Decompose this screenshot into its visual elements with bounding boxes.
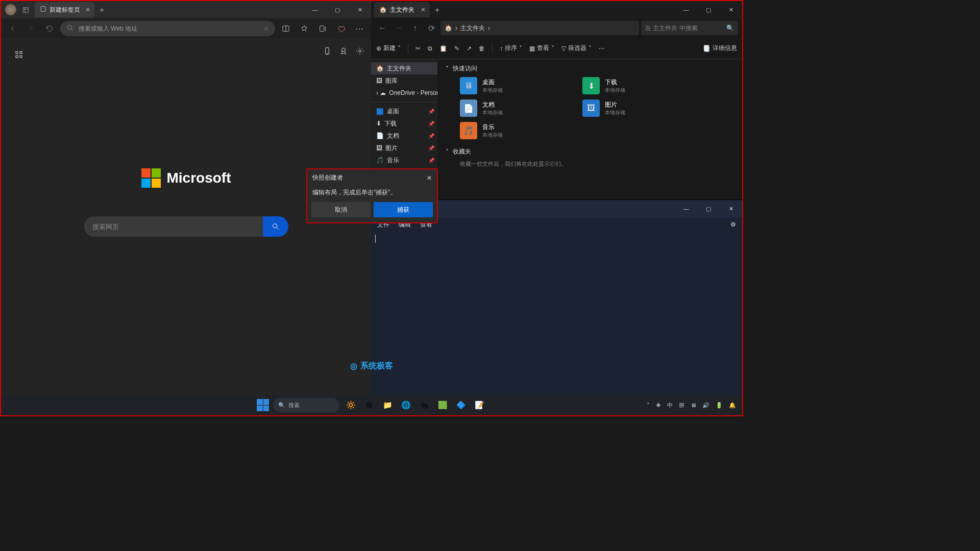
rewards-icon[interactable] bbox=[339, 47, 348, 57]
ime-indicator[interactable]: 拼 bbox=[679, 402, 684, 409]
volume-icon[interactable]: 🔊 bbox=[702, 402, 709, 409]
cancel-button[interactable]: 取消 bbox=[311, 202, 371, 217]
item-name: 文档 bbox=[482, 101, 503, 109]
copilot-icon[interactable]: 🔆 bbox=[344, 398, 358, 412]
close-button[interactable]: ✕ bbox=[720, 1, 742, 18]
close-tab-icon[interactable]: ✕ bbox=[421, 6, 426, 13]
quickaccess-item[interactable]: 🎵 音乐 本地存储 bbox=[460, 122, 562, 139]
watermark: ◎ 系统极客 bbox=[350, 361, 393, 371]
address-bar[interactable]: 搜索或输入 Web 地址 ☆ bbox=[60, 21, 275, 36]
capture-button[interactable]: 捕获 bbox=[374, 202, 433, 217]
explorer-search[interactable]: 在 主文件夹 中搜索 🔍 bbox=[641, 21, 738, 35]
new-tab-button[interactable]: ＋ bbox=[430, 5, 444, 15]
edge-icon[interactable]: 🌐 bbox=[399, 398, 413, 412]
app-icon[interactable]: 🟩 bbox=[435, 398, 450, 412]
copy-icon[interactable]: ⧉ bbox=[428, 45, 432, 52]
ime-indicator[interactable]: 中 bbox=[667, 402, 673, 409]
sidebar-item-onedrive[interactable]: › ☁ OneDrive - Persona bbox=[371, 87, 437, 99]
sidebar-item-downloads[interactable]: ⬇ 下载📌 bbox=[371, 117, 437, 130]
apps-icon[interactable] bbox=[11, 47, 27, 62]
edge-titlebar: 新建标签页 ✕ ＋ ― ▢ ✕ bbox=[1, 1, 371, 18]
svg-rect-4 bbox=[16, 52, 18, 54]
settings-icon[interactable] bbox=[356, 47, 364, 57]
back-button[interactable] bbox=[5, 21, 20, 36]
start-button[interactable] bbox=[257, 399, 269, 411]
favorites-icon[interactable] bbox=[297, 21, 312, 36]
close-tab-icon[interactable]: ✕ bbox=[85, 6, 90, 13]
paste-icon[interactable]: 📋 bbox=[439, 45, 447, 52]
group-favorites[interactable]: ˅ 收藏夹 bbox=[446, 147, 734, 156]
cut-icon[interactable]: ✂ bbox=[415, 45, 421, 52]
share-icon[interactable]: ↗ bbox=[467, 45, 472, 52]
up-button[interactable]: ↑ bbox=[408, 21, 422, 35]
delete-icon[interactable]: 🗑 bbox=[479, 45, 485, 52]
item-name: 桌面 bbox=[482, 78, 503, 87]
breadcrumb[interactable]: 🏠› 主文件夹› bbox=[440, 21, 639, 35]
tray-icon[interactable]: ❖ bbox=[656, 402, 661, 409]
folder-icon: ⬇ bbox=[582, 77, 600, 94]
item-name: 音乐 bbox=[482, 123, 503, 132]
forward-button bbox=[23, 21, 39, 36]
sidebar-item-gallery[interactable]: 🖼 图库 bbox=[371, 74, 437, 87]
maximize-button[interactable]: ▢ bbox=[697, 200, 720, 217]
notepad-icon[interactable]: 📝 bbox=[472, 398, 486, 412]
chevron-up-icon[interactable]: ˄ bbox=[647, 402, 650, 409]
sidebar-item-documents[interactable]: 📄 文档📌 bbox=[371, 130, 437, 142]
taskview-icon[interactable]: ⧉ bbox=[362, 398, 376, 412]
view-button[interactable]: ▦ 查看 ˅ bbox=[529, 44, 554, 53]
split-screen-icon[interactable] bbox=[278, 21, 293, 36]
logo-text: Microsoft bbox=[167, 170, 231, 186]
refresh-button[interactable]: ⟳ bbox=[424, 21, 438, 35]
collections-icon[interactable] bbox=[315, 21, 330, 36]
settings-icon[interactable]: ⚙ bbox=[730, 221, 736, 228]
close-button[interactable]: ✕ bbox=[349, 1, 371, 18]
minimize-button[interactable]: ― bbox=[304, 1, 326, 18]
new-button[interactable]: ⊕ 新建 ˅ bbox=[376, 44, 401, 53]
maximize-button[interactable]: ▢ bbox=[326, 1, 349, 18]
mobile-icon[interactable] bbox=[323, 47, 331, 57]
close-button[interactable]: ✕ bbox=[720, 200, 742, 217]
browser-tab[interactable]: 新建标签页 ✕ bbox=[35, 2, 94, 17]
more-icon[interactable]: ⋯ bbox=[599, 45, 605, 52]
profile-avatar[interactable] bbox=[5, 4, 16, 15]
close-icon[interactable]: ✕ bbox=[427, 174, 432, 182]
sidebar-item-music[interactable]: 🎵 音乐📌 bbox=[371, 154, 437, 166]
search-button[interactable] bbox=[263, 216, 288, 237]
favorite-icon[interactable]: ☆ bbox=[263, 25, 269, 32]
maximize-button[interactable]: ▢ bbox=[697, 1, 720, 18]
sort-button[interactable]: ↕ 排序 ˅ bbox=[500, 44, 522, 53]
minimize-button[interactable]: ― bbox=[675, 1, 697, 18]
group-quickaccess[interactable]: ˅ 快速访问 bbox=[446, 64, 734, 73]
store-icon[interactable]: 🛍 bbox=[417, 398, 431, 412]
quickaccess-item[interactable]: 📄 文档 本地存储 bbox=[460, 99, 562, 117]
svg-point-1 bbox=[68, 25, 72, 29]
app-icon[interactable]: 🔷 bbox=[454, 398, 468, 412]
item-name: 下载 bbox=[605, 78, 625, 87]
back-button[interactable]: ← bbox=[375, 21, 389, 35]
more-icon[interactable]: ⋯ bbox=[352, 21, 367, 36]
rename-icon[interactable]: ✎ bbox=[454, 45, 459, 52]
network-icon[interactable]: 🖥 bbox=[691, 402, 696, 408]
editor-area[interactable] bbox=[371, 232, 742, 404]
workspaces-icon[interactable] bbox=[20, 5, 31, 15]
explorer-icon[interactable]: 📁 bbox=[380, 398, 395, 412]
sidebar-item-home[interactable]: 🏠 主文件夹 bbox=[371, 62, 437, 74]
filter-button[interactable]: ▽ 筛选器 ˅ bbox=[561, 44, 592, 53]
details-button[interactable]: 📑 详细信息 bbox=[703, 44, 737, 53]
minimize-button[interactable]: ― bbox=[675, 200, 697, 217]
refresh-button[interactable] bbox=[42, 21, 57, 36]
battery-icon[interactable]: 🔋 bbox=[716, 402, 723, 409]
notification-icon[interactable]: 🔔 bbox=[729, 402, 736, 409]
new-tab-button[interactable]: ＋ bbox=[94, 5, 109, 15]
extensions-icon[interactable] bbox=[333, 21, 349, 36]
quickaccess-item[interactable]: ⬇ 下载 本地存储 bbox=[582, 77, 684, 94]
sidebar-item-pictures[interactable]: 🖼 图片📌 bbox=[371, 142, 437, 154]
search-input[interactable] bbox=[84, 216, 263, 237]
quickaccess-item[interactable]: 🖥 桌面 本地存储 bbox=[460, 77, 562, 94]
explorer-tab[interactable]: 🏠 主文件夹 ✕ bbox=[374, 2, 430, 17]
taskbar-search[interactable]: 🔍 搜索 bbox=[273, 398, 339, 412]
quickaccess-item[interactable]: 🖼 图片 本地存储 bbox=[582, 99, 684, 117]
dialog-title: 快照创建者 bbox=[312, 173, 343, 182]
sidebar-item-desktop[interactable]: 🟦 桌面📌 bbox=[371, 102, 437, 117]
home-icon: 🏠 bbox=[379, 6, 387, 13]
